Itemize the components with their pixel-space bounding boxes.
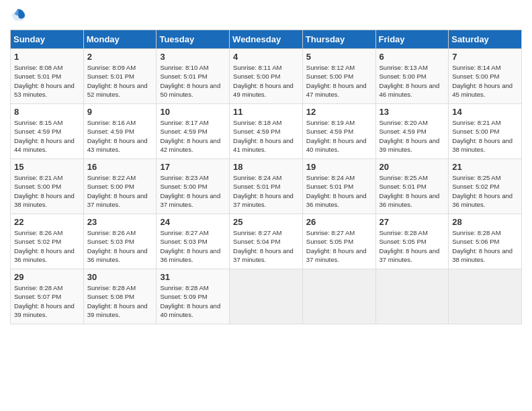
day-detail: Sunrise: 8:18 AMSunset: 4:59 PMDaylight:… [233,118,300,154]
weekday-header-tuesday: Tuesday [157,30,230,49]
calendar-header: SundayMondayTuesdayWednesdayThursdayFrid… [11,30,522,49]
calendar-cell [230,269,303,324]
day-number: 5 [306,52,373,62]
day-number: 1 [14,52,81,62]
day-detail: Sunrise: 8:22 AMSunset: 5:00 PMDaylight:… [87,173,154,209]
calendar-cell: 7Sunrise: 8:14 AMSunset: 5:00 PMDaylight… [449,49,522,104]
day-detail: Sunrise: 8:16 AMSunset: 4:59 PMDaylight:… [87,118,154,154]
day-number: 14 [452,107,519,117]
calendar-cell: 24Sunrise: 8:27 AMSunset: 5:03 PMDayligh… [157,214,230,269]
day-detail: Sunrise: 8:24 AMSunset: 5:01 PMDaylight:… [306,173,373,209]
calendar-cell: 6Sunrise: 8:13 AMSunset: 5:00 PMDaylight… [375,49,449,104]
day-detail: Sunrise: 8:24 AMSunset: 5:01 PMDaylight:… [233,173,300,209]
day-detail: Sunrise: 8:19 AMSunset: 4:59 PMDaylight:… [306,118,373,154]
calendar-cell: 2Sunrise: 8:09 AMSunset: 5:01 PMDaylight… [83,49,157,104]
calendar-cell: 12Sunrise: 8:19 AMSunset: 4:59 PMDayligh… [302,104,375,159]
calendar-cell [449,269,522,324]
calendar-cell: 11Sunrise: 8:18 AMSunset: 4:59 PMDayligh… [230,104,303,159]
calendar-cell [302,269,375,324]
day-detail: Sunrise: 8:20 AMSunset: 4:59 PMDaylight:… [380,118,446,154]
calendar-cell: 21Sunrise: 8:25 AMSunset: 5:02 PMDayligh… [449,159,522,214]
calendar-cell: 14Sunrise: 8:21 AMSunset: 5:00 PMDayligh… [449,104,522,159]
calendar-cell: 30Sunrise: 8:28 AMSunset: 5:08 PMDayligh… [83,269,157,324]
day-number: 20 [380,162,446,172]
calendar-cell: 26Sunrise: 8:27 AMSunset: 5:05 PMDayligh… [302,214,375,269]
day-detail: Sunrise: 8:27 AMSunset: 5:03 PMDaylight:… [160,228,226,264]
day-number: 15 [14,162,81,172]
day-number: 8 [14,107,81,117]
logo-icon [11,7,26,21]
day-number: 2 [87,52,154,62]
day-number: 24 [160,217,226,227]
calendar-cell [375,269,449,324]
calendar-cell: 18Sunrise: 8:24 AMSunset: 5:01 PMDayligh… [230,159,303,214]
weekday-header-row: SundayMondayTuesdayWednesdayThursdayFrid… [11,30,522,49]
day-detail: Sunrise: 8:28 AMSunset: 5:05 PMDaylight:… [380,228,446,264]
day-detail: Sunrise: 8:14 AMSunset: 5:00 PMDaylight:… [452,63,519,99]
calendar-cell: 5Sunrise: 8:12 AMSunset: 5:00 PMDaylight… [302,49,375,104]
calendar-cell: 3Sunrise: 8:10 AMSunset: 5:01 PMDaylight… [157,49,230,104]
day-detail: Sunrise: 8:13 AMSunset: 5:00 PMDaylight:… [380,63,446,99]
calendar-week-1: 1Sunrise: 8:08 AMSunset: 5:01 PMDaylight… [11,49,522,104]
day-number: 17 [160,162,226,172]
day-detail: Sunrise: 8:28 AMSunset: 5:07 PMDaylight:… [14,283,81,319]
calendar-cell: 25Sunrise: 8:27 AMSunset: 5:04 PMDayligh… [230,214,303,269]
day-number: 4 [233,52,300,62]
day-number: 31 [160,272,226,282]
logo [10,7,26,24]
calendar-cell: 13Sunrise: 8:20 AMSunset: 4:59 PMDayligh… [375,104,449,159]
calendar-cell: 17Sunrise: 8:23 AMSunset: 5:00 PMDayligh… [157,159,230,214]
weekday-header-thursday: Thursday [302,30,375,49]
day-detail: Sunrise: 8:26 AMSunset: 5:03 PMDaylight:… [87,228,154,264]
day-detail: Sunrise: 8:08 AMSunset: 5:01 PMDaylight:… [14,63,81,99]
day-detail: Sunrise: 8:25 AMSunset: 5:01 PMDaylight:… [380,173,446,209]
day-detail: Sunrise: 8:28 AMSunset: 5:08 PMDaylight:… [87,283,154,319]
day-number: 22 [14,217,81,227]
calendar-cell: 28Sunrise: 8:28 AMSunset: 5:06 PMDayligh… [449,214,522,269]
day-number: 25 [233,217,300,227]
day-number: 30 [87,272,154,282]
calendar-cell: 31Sunrise: 8:28 AMSunset: 5:09 PMDayligh… [157,269,230,324]
calendar-week-5: 29Sunrise: 8:28 AMSunset: 5:07 PMDayligh… [11,269,522,324]
calendar-cell: 16Sunrise: 8:22 AMSunset: 5:00 PMDayligh… [83,159,157,214]
day-number: 21 [452,162,519,172]
weekday-header-sunday: Sunday [11,30,84,49]
day-number: 3 [160,52,226,62]
day-detail: Sunrise: 8:12 AMSunset: 5:00 PMDaylight:… [306,63,373,99]
calendar-cell: 15Sunrise: 8:21 AMSunset: 5:00 PMDayligh… [11,159,84,214]
day-detail: Sunrise: 8:25 AMSunset: 5:02 PMDaylight:… [452,173,519,209]
calendar-week-2: 8Sunrise: 8:15 AMSunset: 4:59 PMDaylight… [11,104,522,159]
calendar-cell: 19Sunrise: 8:24 AMSunset: 5:01 PMDayligh… [302,159,375,214]
day-detail: Sunrise: 8:15 AMSunset: 4:59 PMDaylight:… [14,118,81,154]
calendar-cell: 4Sunrise: 8:11 AMSunset: 5:00 PMDaylight… [230,49,303,104]
calendar-cell: 23Sunrise: 8:26 AMSunset: 5:03 PMDayligh… [83,214,157,269]
calendar-week-3: 15Sunrise: 8:21 AMSunset: 5:00 PMDayligh… [11,159,522,214]
calendar-table: SundayMondayTuesdayWednesdayThursdayFrid… [10,30,522,324]
page-header [10,7,522,24]
day-detail: Sunrise: 8:21 AMSunset: 5:00 PMDaylight:… [452,118,519,154]
calendar-cell: 1Sunrise: 8:08 AMSunset: 5:01 PMDaylight… [11,49,84,104]
calendar-week-4: 22Sunrise: 8:26 AMSunset: 5:02 PMDayligh… [11,214,522,269]
day-detail: Sunrise: 8:21 AMSunset: 5:00 PMDaylight:… [14,173,81,209]
calendar-cell: 8Sunrise: 8:15 AMSunset: 4:59 PMDaylight… [11,104,84,159]
day-number: 13 [380,107,446,117]
day-detail: Sunrise: 8:17 AMSunset: 4:59 PMDaylight:… [160,118,226,154]
calendar-cell: 22Sunrise: 8:26 AMSunset: 5:02 PMDayligh… [11,214,84,269]
day-detail: Sunrise: 8:28 AMSunset: 5:09 PMDaylight:… [160,283,226,319]
calendar-cell: 20Sunrise: 8:25 AMSunset: 5:01 PMDayligh… [375,159,449,214]
day-number: 12 [306,107,373,117]
day-detail: Sunrise: 8:11 AMSunset: 5:00 PMDaylight:… [233,63,300,99]
day-detail: Sunrise: 8:27 AMSunset: 5:04 PMDaylight:… [233,228,300,264]
day-number: 10 [160,107,226,117]
calendar-body: 1Sunrise: 8:08 AMSunset: 5:01 PMDaylight… [11,49,522,324]
weekday-header-monday: Monday [83,30,157,49]
day-number: 26 [306,217,373,227]
day-number: 23 [87,217,154,227]
calendar-cell: 29Sunrise: 8:28 AMSunset: 5:07 PMDayligh… [11,269,84,324]
day-detail: Sunrise: 8:09 AMSunset: 5:01 PMDaylight:… [87,63,154,99]
day-detail: Sunrise: 8:23 AMSunset: 5:00 PMDaylight:… [160,173,226,209]
day-number: 9 [87,107,154,117]
day-number: 11 [233,107,300,117]
day-number: 28 [452,217,519,227]
calendar-cell: 27Sunrise: 8:28 AMSunset: 5:05 PMDayligh… [375,214,449,269]
